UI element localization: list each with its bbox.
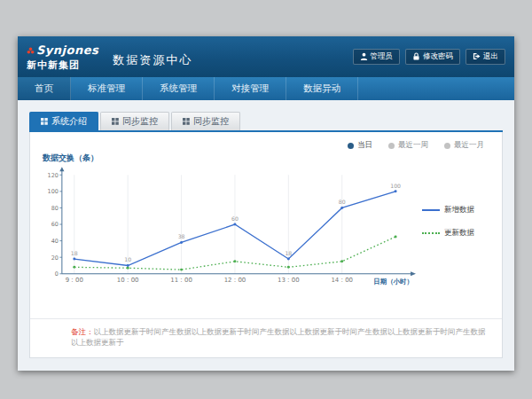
tab-label: 同步监控: [193, 115, 229, 128]
svg-text:80: 80: [51, 205, 59, 212]
logout-button[interactable]: 退出: [466, 49, 505, 65]
chart-legend: 新增数据 更新数据: [422, 205, 474, 239]
svg-text:80: 80: [339, 199, 346, 205]
filter-label: 最近一月: [454, 140, 484, 151]
svg-text:13：00: 13：00: [278, 277, 300, 284]
filter-last-week[interactable]: 最近一周: [388, 140, 428, 151]
line-chart: 9：0010：0011：0012：0013：0014：0002040608010…: [35, 164, 417, 295]
nav-item-data-change[interactable]: 数据异动: [286, 77, 358, 100]
main-nav: 首页 标准管理 系统管理 对接管理 数据异动: [18, 77, 514, 100]
grid-icon: [183, 118, 190, 125]
nav-item-connection-mgmt[interactable]: 对接管理: [215, 77, 286, 100]
svg-text:60: 60: [51, 221, 59, 228]
app-header: Synjones 新中新集团 数据资源中心 管理员 修改密码: [18, 36, 514, 77]
svg-text:9：00: 9：00: [66, 277, 83, 284]
content-area: 系统介绍 同步监控 同步监控: [18, 100, 514, 371]
tab-label: 系统介绍: [51, 115, 87, 128]
legend-label: 新增数据: [444, 205, 474, 215]
logo-text: Synjones: [36, 44, 98, 57]
svg-text:60: 60: [231, 215, 239, 222]
new-data-line-sample: [422, 209, 440, 211]
app-window: Synjones 新中新集团 数据资源中心 管理员 修改密码: [18, 36, 514, 371]
legend-item-new-data: 新增数据: [422, 205, 474, 215]
lock-icon: [412, 52, 420, 62]
legend-item-updated-data: 更新数据: [422, 228, 474, 239]
y-axis-title: 数据交换（条）: [43, 153, 502, 164]
company-name: 新中新集团: [27, 60, 98, 71]
svg-text:100: 100: [390, 183, 401, 189]
brand: Synjones 新中新集团: [27, 43, 98, 71]
filter-label: 最近一周: [398, 140, 428, 151]
change-password-button[interactable]: 修改密码: [405, 49, 460, 65]
nav-item-home[interactable]: 首页: [18, 77, 71, 100]
legend-label: 更新数据: [444, 228, 474, 239]
svg-text:120: 120: [48, 172, 59, 179]
logout-label: 退出: [483, 51, 498, 62]
updated-data-line-sample: [422, 232, 440, 234]
tab-sync-monitor-2[interactable]: 同步监控: [171, 112, 240, 130]
filter-today[interactable]: 当日: [348, 140, 372, 151]
svg-text:20: 20: [51, 254, 59, 262]
last-month-dot-icon: [444, 143, 450, 149]
svg-text:18: 18: [285, 250, 292, 256]
footnote: 备注：以上数据更新于时间产生数据以上数据更新于时间产生数据以上数据更新于时间产生…: [30, 318, 502, 357]
svg-text:0: 0: [55, 270, 59, 278]
logo-mark-icon: [27, 43, 35, 59]
logout-icon: [473, 52, 481, 62]
svg-text:18: 18: [71, 250, 78, 256]
range-filters: 当日 最近一周 最近一月: [30, 132, 502, 151]
grid-icon: [112, 118, 119, 125]
nav-item-system-mgmt[interactable]: 系统管理: [143, 77, 215, 100]
last-week-dot-icon: [388, 143, 395, 149]
filter-last-month[interactable]: 最近一月: [444, 140, 484, 151]
tab-sync-monitor-1[interactable]: 同步监控: [100, 112, 169, 130]
grid-icon: [41, 118, 48, 125]
page-title: 数据资源中心: [113, 52, 192, 68]
admin-user-label: 管理员: [371, 51, 394, 62]
svg-text:12：00: 12：00: [224, 277, 246, 284]
svg-text:10: 10: [124, 256, 131, 262]
svg-text:40: 40: [51, 238, 59, 245]
svg-text:11：00: 11：00: [170, 277, 192, 284]
chart-row: 9：0010：0011：0012：0013：0014：0002040608010…: [30, 164, 502, 295]
user-icon: [360, 52, 368, 62]
svg-text:10：00: 10：00: [117, 277, 139, 284]
nav-item-standard-mgmt[interactable]: 标准管理: [71, 77, 143, 100]
tab-bar: 系统介绍 同步监控 同步监控: [29, 112, 503, 132]
filter-label: 当日: [357, 140, 372, 151]
svg-text:14：00: 14：00: [331, 277, 353, 284]
change-password-label: 修改密码: [423, 51, 453, 62]
chart-panel: 当日 最近一周 最近一月 数据交换（条） 9：0010：0011：0012：00…: [29, 132, 503, 358]
logo: Synjones: [27, 43, 98, 59]
footnote-prefix: 备注：: [71, 327, 94, 336]
tab-system-intro[interactable]: 系统介绍: [29, 112, 98, 130]
tab-label: 同步监控: [122, 115, 158, 128]
footnote-text: 以上数据更新于时间产生数据以上数据更新于时间产生数据以上数据更新于时间产生数据以…: [71, 327, 486, 347]
svg-text:38: 38: [178, 233, 185, 239]
admin-user-button[interactable]: 管理员: [353, 49, 401, 65]
svg-text:100: 100: [48, 188, 59, 195]
desktop-background: Synjones 新中新集团 数据资源中心 管理员 修改密码: [0, 0, 532, 399]
user-actions: 管理员 修改密码 退出: [353, 49, 506, 65]
today-dot-icon: [348, 143, 354, 149]
svg-text:日期（小时）: 日期（小时）: [373, 278, 413, 286]
